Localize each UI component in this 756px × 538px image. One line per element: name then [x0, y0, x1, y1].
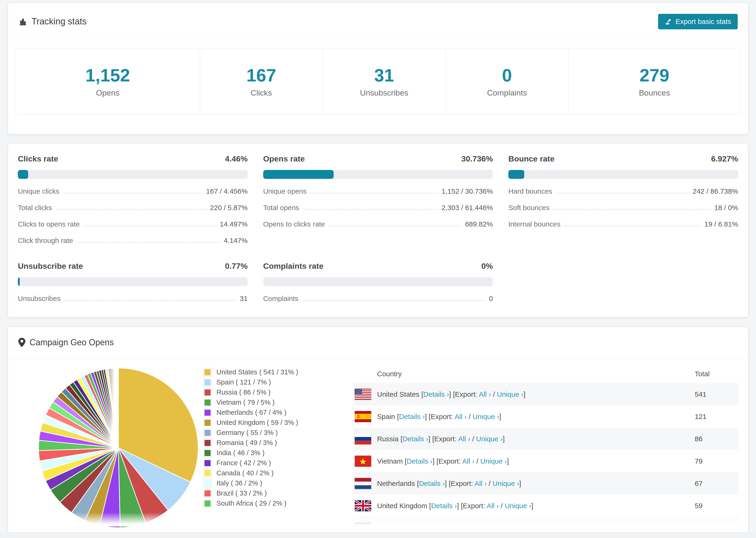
- legend-label: Canada ( 40 / 2% ): [216, 469, 274, 477]
- legend-label: France ( 42 / 2% ): [216, 459, 271, 467]
- export-unique-link[interactable]: Unique ›: [505, 502, 531, 510]
- geo-opens-header: Campaign Geo Opens: [8, 327, 748, 358]
- legend-item-italy: Italy ( 36 / 2% ): [203, 478, 344, 488]
- opens-rate-block: Opens rate 30.736% Unique opens1,152 / 3…: [263, 154, 493, 244]
- clicks-rate-title: Clicks rate: [18, 154, 58, 163]
- table-row-partial: [353, 517, 738, 525]
- unsubscribe-rate-title: Unsubscribe rate: [18, 261, 83, 271]
- legend-swatch: [203, 449, 212, 457]
- complaints-rate-value: 0%: [481, 261, 493, 271]
- details-link[interactable]: Details ›: [403, 435, 428, 443]
- flag-de-icon: [355, 522, 371, 525]
- legend-item-india: India ( 46 / 3% ): [203, 448, 344, 458]
- export-all-link[interactable]: All ›: [474, 480, 487, 487]
- geo-opens-card: Campaign Geo Opens United States ( 541 /…: [8, 327, 748, 532]
- geo-table: Country Total United States [Details ›] …: [353, 365, 738, 530]
- bounce-rate-block: Bounce rate 6.927% Hard bounces242 / 86.…: [508, 154, 738, 244]
- complaints-rate-title: Complaints rate: [263, 261, 324, 271]
- total-value: 67: [695, 472, 738, 495]
- export-unique-link[interactable]: Unique ›: [480, 457, 507, 465]
- total-value: 541: [695, 383, 738, 405]
- legend-label: Romania ( 49 / 3% ): [216, 439, 277, 447]
- details-link[interactable]: Details ›: [431, 502, 457, 510]
- legend-label: United States ( 541 / 31% ): [216, 368, 298, 376]
- table-row-united-states: United States [Details ›] [Export: All ›…: [353, 383, 738, 405]
- export-all-link[interactable]: All ›: [455, 413, 467, 420]
- country-name: United Kingdom: [377, 502, 427, 510]
- details-link[interactable]: Details ›: [423, 390, 449, 398]
- bar-chart-icon: [18, 17, 27, 26]
- export-unique-link[interactable]: Unique ›: [497, 390, 523, 398]
- export-all-link[interactable]: All ›: [479, 390, 491, 398]
- legend-item-united-kingdom: United Kingdom ( 59 / 3% ): [203, 418, 344, 428]
- clicks-rate-block: Clicks rate 4.46% Unique clicks167 / 4.4…: [18, 154, 248, 244]
- unsubscribe-rate-block: Unsubscribe rate 0.77% Unsubscribes31: [18, 261, 248, 302]
- details-link[interactable]: Details ›: [399, 413, 425, 420]
- legend-item-vietnam: Vietnam ( 79 / 5% ): [203, 398, 344, 407]
- bounce-rate-value: 6.927%: [711, 154, 738, 163]
- summary-cell-clicks: 167 Clicks: [200, 48, 323, 114]
- table-header-row: Country Total: [353, 365, 738, 383]
- total-value: 121: [695, 405, 738, 428]
- flag-us-icon: [355, 389, 371, 400]
- country-name: Vietnam: [377, 457, 403, 465]
- bounce-rate-bar: [508, 170, 738, 179]
- tracking-stats-header: Tracking stats Export basic stats: [8, 3, 748, 40]
- summary-stats-row: 1,152 Opens 167 Clicks 31 Unsubscribes 0…: [16, 48, 740, 114]
- export-all-link[interactable]: All ›: [487, 502, 499, 510]
- legend-item-brazil: Brazil ( 33 / 2% ): [203, 488, 344, 498]
- legend-swatch: [203, 489, 212, 498]
- country-name: Netherlands: [377, 480, 415, 487]
- legend-swatch: [203, 378, 212, 387]
- clicks-rate-value: 4.46%: [225, 154, 247, 163]
- legend-label: Netherlands ( 67 / 4% ): [216, 409, 287, 416]
- legend-swatch: [203, 459, 212, 467]
- legend-swatch: [203, 388, 212, 397]
- legend-swatch: [203, 499, 212, 508]
- legend-swatch: [203, 429, 212, 437]
- clicks-rate-bar: [18, 170, 248, 179]
- export-all-link[interactable]: All ›: [462, 457, 474, 465]
- export-all-link[interactable]: All ›: [458, 435, 470, 443]
- bounce-rate-title: Bounce rate: [508, 154, 555, 163]
- page-bottom-background: [0, 532, 756, 538]
- legend-swatch: [203, 439, 212, 447]
- details-link[interactable]: Details ›: [419, 480, 445, 487]
- clicks-count: 167: [246, 65, 276, 85]
- geo-pie-chart: [36, 366, 200, 530]
- export-icon: [665, 18, 672, 26]
- flag-vn-icon: [355, 456, 371, 467]
- total-value: 59: [695, 495, 738, 517]
- legend-item-south-africa: South Africa ( 29 / 2% ): [203, 498, 344, 509]
- complaints-rate-block: Complaints rate 0% Complaints0: [263, 261, 493, 302]
- legend-item-russia: Russia ( 86 / 5% ): [203, 387, 344, 398]
- details-link[interactable]: Details ›: [406, 457, 432, 465]
- tracking-stats-page: Tracking stats Export basic stats 1,152 …: [0, 0, 756, 538]
- total-column-header: Total: [695, 365, 738, 383]
- legend-item-romania: Romania ( 49 / 3% ): [203, 438, 344, 448]
- country-name: United States: [377, 390, 419, 398]
- total-value: 79: [695, 450, 738, 472]
- country-column-header: Country: [353, 365, 695, 383]
- country-name: Spain: [377, 413, 395, 420]
- legend-swatch: [203, 479, 212, 488]
- total-value: 86: [695, 428, 738, 450]
- legend-label: Russia ( 86 / 5% ): [216, 389, 270, 396]
- legend-item-united-states: United States ( 541 / 31% ): [203, 367, 344, 377]
- legend-item-germany: Germany ( 55 / 3% ): [203, 428, 344, 438]
- legend-swatch: [203, 368, 212, 377]
- export-basic-stats-button[interactable]: Export basic stats: [658, 14, 738, 29]
- export-unique-link[interactable]: Unique ›: [473, 413, 499, 420]
- legend-swatch: [203, 418, 212, 427]
- opens-count: 1,152: [85, 65, 130, 85]
- opens-rate-title: Opens rate: [263, 154, 305, 163]
- map-pin-icon: [18, 338, 26, 347]
- geo-opens-title: Campaign Geo Opens: [18, 338, 114, 348]
- flag-ru-icon: [355, 433, 371, 444]
- flag-gb-icon: [355, 500, 371, 511]
- table-row-united-kingdom: United Kingdom [Details ›] [Export: All …: [353, 495, 738, 517]
- geo-pie-wrap: [18, 362, 203, 530]
- legend-label: India ( 46 / 3% ): [216, 449, 265, 457]
- export-unique-link[interactable]: Unique ›: [476, 435, 503, 443]
- export-unique-link[interactable]: Unique ›: [493, 480, 519, 487]
